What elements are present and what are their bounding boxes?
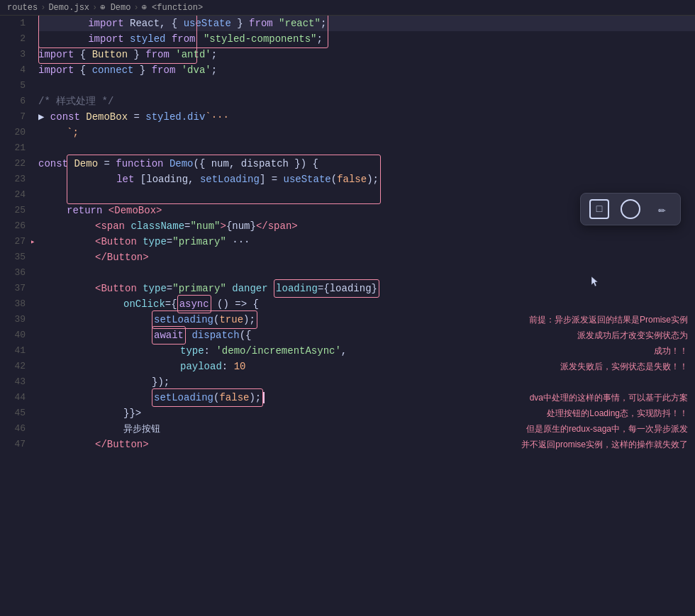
- code-line-36: [38, 265, 695, 281]
- code-line-43: });: [38, 374, 695, 390]
- code-line-5: [38, 78, 695, 94]
- code-line-47: </Button> 并不返回promise实例，这样的操作就失效了: [38, 437, 695, 452]
- line-numbers: 1 2 3 4 5 6 7 20 21 22 23 24 25 26 27 35…: [0, 16, 31, 613]
- annotation-line40: 派发成功后才改变实例状态为: [577, 327, 688, 343]
- square-icon: □: [596, 203, 602, 215]
- annotation-line39: 前提：异步派发返回的结果是Promise实例: [529, 312, 688, 327]
- editor: 1 2 3 4 5 6 7 20 21 22 23 24 25 26 27 35…: [0, 16, 695, 613]
- code-area[interactable]: import React, { useState } from "react";…: [31, 16, 695, 613]
- code-line-41: type: 'demo/incrementAsync', 成功！！: [38, 343, 695, 359]
- code-line-20: `;: [38, 125, 695, 140]
- annotation-line44: dva中处理的这样的事情，可以基于此方案: [530, 390, 688, 405]
- floating-toolbar[interactable]: □ ✏: [580, 193, 681, 225]
- code-line-37: <Button type="primary" danger loading={l…: [38, 281, 695, 296]
- breadcrumb-file[interactable]: Demo.jsx: [48, 3, 89, 13]
- code-line-21: [38, 140, 695, 156]
- code-line-46: 异步按钮 但是原生的redux-saga中，每一次异步派发: [38, 421, 695, 437]
- annotation-line42: 派发失败后，实例状态是失败！！: [560, 359, 688, 374]
- code-line-44: setLoading(false); dva中处理的这样的事情，可以基于此方案: [38, 390, 695, 405]
- code-line-6: /* 样式处理 */: [38, 94, 695, 109]
- breadcrumb-routes[interactable]: routes: [7, 3, 38, 13]
- code-line-38: onClick={async () => {: [38, 296, 695, 312]
- toolbar-pen-button[interactable]: ✏: [647, 195, 676, 223]
- breadcrumb-component[interactable]: ⊕ Demo: [100, 2, 130, 13]
- annotation-line46: 但是原生的redux-saga中，每一次异步派发: [526, 421, 688, 437]
- pen-icon: ✏: [658, 201, 666, 217]
- code-line-4: import { connect } from 'dva';: [38, 62, 695, 78]
- breadcrumb: routes › Demo.jsx › ⊕ Demo › ⊕ <function…: [0, 0, 695, 16]
- code-line-3: import { Button } from 'antd';: [38, 47, 695, 62]
- annotation-line41: 成功！！: [654, 343, 688, 359]
- code-line-2: import styled from "styled-components";: [38, 31, 695, 47]
- breadcrumb-function[interactable]: ⊕ <function>: [142, 2, 203, 13]
- code-line-23: let [loading, setLoading] = useState(fal…: [38, 172, 695, 187]
- code-line-42: payload: 10 派发失败后，实例状态是失败！！: [38, 359, 695, 374]
- code-line-35: </Button>: [38, 250, 695, 265]
- annotation-line45: 处理按钮的Loading态，实现防抖！！: [547, 405, 688, 421]
- code-line-39: setLoading(true); 前提：异步派发返回的结果是Promise实例: [38, 312, 695, 327]
- toolbar-circle-button[interactable]: [621, 199, 640, 219]
- code-line-27: ▶ <Button type="primary" ···: [38, 234, 695, 250]
- code-line-40: await dispatch({ 派发成功后才改变实例状态为: [38, 327, 695, 343]
- toolbar-square-button[interactable]: □: [589, 199, 609, 219]
- code-line-45: }}> 处理按钮的Loading态，实现防抖！！: [38, 405, 695, 421]
- code-line-7: ▶ const DemoBox = styled.div`···: [38, 109, 695, 125]
- annotation-line47: 并不返回promise实例，这样的操作就失效了: [521, 437, 688, 452]
